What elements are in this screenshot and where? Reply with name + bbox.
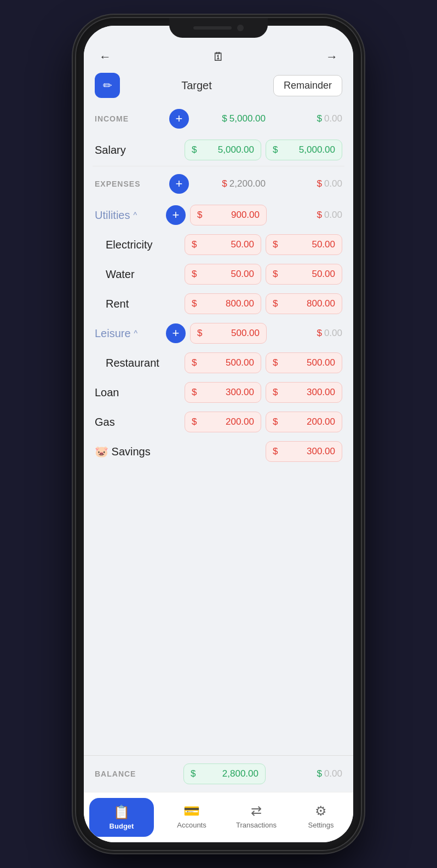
utilities-target-value: 900.00 (205, 210, 260, 221)
rent-target-dollar: $ (192, 298, 197, 309)
restaurant-label: Restaurant (95, 357, 180, 369)
speaker (193, 26, 232, 30)
income-target-value: 5,000.00 (229, 113, 266, 124)
divider-1 (93, 166, 344, 166)
expenses-target-dollar: $ (222, 178, 227, 189)
restaurant-target-dollar: $ (192, 357, 197, 368)
income-section-header: INCOME + $ 5,000.00 $ 0.00 (93, 102, 344, 135)
loan-remainder-dollar: $ (273, 387, 278, 398)
water-label: Water (95, 268, 180, 281)
rent-target-input[interactable]: $ 800.00 (185, 293, 261, 314)
balance-remainder-cell: $ 0.00 (271, 768, 342, 779)
salary-remainder-input[interactable]: $ 5,000.00 (266, 140, 342, 160)
savings-row: 🐷 Savings $ 300.00 (93, 437, 344, 466)
back-icon[interactable]: ← (99, 50, 111, 64)
expenses-section-header: EXPENSES + $ 2,200.00 $ 0.00 (93, 167, 344, 200)
expenses-label: EXPENSES (95, 180, 164, 188)
settings-nav-label: Settings (308, 821, 334, 829)
nav-budget[interactable]: 📋 Budget (89, 798, 154, 837)
rent-row: Rent $ 800.00 $ 800.00 (93, 289, 344, 319)
balance-remainder-dollar: $ (317, 768, 321, 779)
water-row: Water $ 50.00 $ 50.00 (93, 259, 344, 289)
gas-target-dollar: $ (192, 416, 197, 427)
leisure-row: Leisure ^ + $ 500.00 $ 0.00 (93, 319, 344, 348)
restaurant-target-input[interactable]: $ 500.00 (185, 352, 261, 373)
settings-icon: ⚙ (315, 803, 327, 819)
salary-row: Salary $ 5,000.00 $ 5,000.00 (93, 135, 344, 165)
loan-target-value: 300.00 (200, 387, 254, 398)
income-remainder-dollar: $ (317, 113, 321, 124)
add-leisure-button[interactable]: + (166, 323, 186, 343)
add-expense-button[interactable]: + (169, 174, 189, 194)
income-remainder-cell: $ 0.00 (271, 113, 342, 124)
nav-settings[interactable]: ⚙ Settings (289, 792, 353, 842)
edit-icon: ✏ (103, 79, 112, 92)
rent-target-value: 800.00 (200, 298, 254, 309)
transactions-icon: ⇄ (251, 803, 262, 819)
notch (169, 18, 268, 38)
savings-target-input[interactable]: $ 300.00 (266, 441, 342, 462)
restaurant-remainder-value: 500.00 (281, 357, 335, 368)
rent-remainder-value: 800.00 (281, 298, 335, 309)
electricity-target-input[interactable]: $ 50.00 (185, 234, 261, 255)
balance-target-dollar: $ (191, 768, 196, 779)
water-target-input[interactable]: $ 50.00 (185, 264, 261, 285)
salary-target-value: 5,000.00 (200, 144, 254, 155)
water-target-dollar: $ (192, 269, 197, 280)
add-utilities-button[interactable]: + (166, 205, 186, 225)
nav-accounts[interactable]: 💳 Accounts (159, 792, 224, 842)
income-remainder-value: 0.00 (324, 113, 342, 124)
balance-remainder-value: 0.00 (324, 768, 342, 779)
rent-remainder-input[interactable]: $ 800.00 (266, 293, 342, 314)
loan-row: Loan $ 300.00 $ 300.00 (93, 378, 344, 407)
accounts-icon: 💳 (183, 803, 200, 819)
electricity-remainder-input[interactable]: $ 50.00 (266, 234, 342, 255)
savings-target-value: 300.00 (281, 446, 335, 457)
utilities-target-dollar: $ (197, 210, 202, 221)
gas-target-input[interactable]: $ 200.00 (185, 412, 261, 432)
loan-target-dollar: $ (192, 387, 197, 398)
restaurant-remainder-dollar: $ (273, 357, 278, 368)
add-income-button[interactable]: + (169, 109, 189, 129)
loan-label: Loan (95, 386, 180, 399)
leisure-remainder-value: 0.00 (324, 328, 342, 339)
budget-content: INCOME + $ 5,000.00 $ 0.00 Salary $ (84, 102, 353, 755)
utilities-target-input[interactable]: $ 900.00 (190, 205, 267, 225)
leisure-label: Leisure ^ (95, 327, 162, 340)
gas-target-value: 200.00 (200, 416, 254, 427)
water-target-value: 50.00 (200, 269, 254, 280)
remainder-button[interactable]: Remainder (273, 75, 342, 96)
header-row: ✏ Target Remainder (84, 68, 353, 102)
loan-remainder-input[interactable]: $ 300.00 (266, 382, 342, 403)
calendar-icon[interactable]: 🗓 (212, 50, 225, 64)
loan-target-input[interactable]: $ 300.00 (185, 382, 261, 403)
budget-icon: 📋 (113, 805, 130, 820)
expenses-remainder-dollar: $ (317, 178, 321, 189)
salary-label: Salary (95, 144, 180, 157)
gas-label: Gas (95, 416, 180, 429)
balance-target-value: 2,800.00 (199, 768, 258, 779)
edit-button[interactable]: ✏ (95, 73, 120, 98)
restaurant-remainder-input[interactable]: $ 500.00 (266, 352, 342, 373)
accounts-nav-label: Accounts (177, 821, 206, 829)
utilities-remainder-value: 0.00 (324, 210, 342, 221)
gas-remainder-input[interactable]: $ 200.00 (266, 412, 342, 432)
nav-transactions[interactable]: ⇄ Transactions (224, 792, 289, 842)
forward-icon[interactable]: → (326, 50, 338, 64)
salary-remainder-value: 5,000.00 (281, 144, 335, 155)
balance-target-input[interactable]: $ 2,800.00 (183, 763, 266, 784)
transactions-nav-label: Transactions (236, 821, 277, 829)
leisure-target-input[interactable]: $ 500.00 (190, 323, 267, 344)
gas-row: Gas $ 200.00 $ 200.00 (93, 407, 344, 437)
balance-label: BALANCE (95, 769, 178, 778)
leisure-target-dollar: $ (197, 328, 202, 339)
water-remainder-input[interactable]: $ 50.00 (266, 264, 342, 285)
electricity-target-value: 50.00 (200, 239, 254, 250)
loan-remainder-value: 300.00 (281, 387, 335, 398)
target-label: Target (127, 79, 267, 92)
restaurant-row: Restaurant $ 500.00 $ 500.00 (93, 348, 344, 378)
phone-frame: ← 🗓 → ✏ Target Remainder INCOME + (76, 18, 361, 850)
bottom-nav: 📋 Budget 💳 Accounts ⇄ Transactions ⚙ Set… (84, 792, 353, 842)
salary-target-input[interactable]: $ 5,000.00 (185, 140, 261, 160)
water-remainder-dollar: $ (273, 269, 278, 280)
